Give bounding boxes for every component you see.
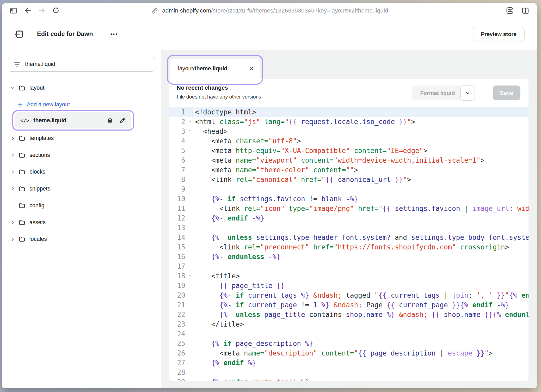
preview-store-button[interactable]: Preview store [473, 27, 525, 41]
code-line-19[interactable]: {{ page_title }} [195, 281, 528, 291]
code-line-1[interactable]: <!doctype html> [195, 107, 528, 117]
code-editor[interactable]: 12›3›456789101112131415161718›1920212223… [169, 107, 528, 381]
sidebar-item-theme-liquid[interactable]: </> theme.liquid [15, 112, 131, 128]
sidebar-item-templates[interactable]: templates [2, 130, 161, 147]
fold-toggle-icon[interactable]: › [187, 128, 194, 133]
code-line-25[interactable]: {% if page_description %} [195, 339, 528, 348]
sidebar-item-locales[interactable]: locales [2, 231, 161, 248]
code-line-16[interactable]: {%- endunless -%} [195, 252, 528, 262]
folder-icon [19, 236, 26, 243]
code-gutter: 12›3›456789101112131415161718›1920212223… [169, 107, 194, 381]
code-line-12[interactable]: {%- endif -%} [195, 213, 528, 223]
code-line-23[interactable]: </title> [195, 320, 528, 329]
code-line-21[interactable]: {%- if current_page != 1 %} &ndash; Page… [195, 300, 528, 310]
code-line-3[interactable]: <head> [195, 127, 528, 136]
chevron-down-icon [465, 90, 470, 96]
file-tree: layout Add a new layout </> theme.liquid [2, 79, 161, 248]
code-line-6[interactable]: <meta name="viewport" content="width=dev… [195, 156, 528, 165]
reload-button[interactable] [51, 5, 61, 16]
app-header: Edit code for Dawn Preview store [2, 18, 537, 50]
tab-file-name: theme.liquid [194, 65, 228, 72]
url-path: /store/rzq1xu-f5/themes/132683530345?key… [211, 7, 388, 14]
gutter-line-2: 2› [169, 117, 194, 127]
more-actions-button[interactable] [109, 32, 119, 36]
chevron-down-icon [11, 86, 15, 90]
format-dropdown-button[interactable] [460, 85, 475, 101]
code-line-5[interactable]: <meta http-equiv="X-UA-Compatible" conte… [195, 146, 528, 156]
gutter-line-21: 21 [169, 300, 194, 310]
status-subtitle: File does not have any other versions [177, 94, 261, 100]
code-line-27[interactable]: {% endif %} [195, 358, 528, 368]
chevron-right-icon [11, 153, 15, 157]
sidebar-item-blocks[interactable]: blocks [2, 164, 161, 181]
format-liquid-button[interactable]: Format liquid [412, 85, 463, 100]
code-line-17[interactable] [195, 262, 528, 271]
forward-button[interactable] [36, 5, 47, 16]
code-line-18[interactable]: <title> [195, 271, 528, 281]
code-line-20[interactable]: {%- if current_tags %} &ndash; tagged "{… [195, 291, 528, 300]
sidebar-item-label: config [29, 202, 44, 209]
code-line-22[interactable]: {%- unless page_title contains shop.name… [195, 310, 528, 320]
gutter-line-24: 24 [169, 329, 194, 339]
sidebar-item-snippets[interactable]: snippets [2, 180, 161, 197]
gutter-line-26: 26 [169, 348, 194, 358]
toolbar-divider [484, 79, 484, 107]
exit-editor-icon[interactable] [14, 29, 24, 39]
editor-toolbar: No recent changes File does not have any… [169, 79, 528, 107]
tab-path-prefix: layout/ [178, 65, 194, 72]
format-liquid-split-button: Format liquid [412, 85, 475, 101]
file-label: theme.liquid [33, 117, 102, 124]
trash-icon[interactable] [107, 117, 113, 124]
gutter-line-5: 5 [169, 146, 194, 156]
code-line-9[interactable] [195, 185, 528, 194]
code-line-13[interactable] [195, 223, 528, 233]
gutter-line-3: 3› [169, 127, 194, 136]
code-line-15[interactable]: <link rel="preconnect" href="https://fon… [195, 242, 528, 252]
back-button[interactable] [22, 5, 33, 16]
split-view-icon[interactable] [520, 5, 531, 16]
chevron-right-icon [11, 137, 15, 140]
browser-chrome: admin.shopify.com/store/rzq1xu-f5/themes… [2, 3, 537, 18]
fold-toggle-icon[interactable]: › [187, 273, 194, 278]
file-tab[interactable]: layout/theme.liquid × [170, 59, 260, 79]
link-icon [151, 7, 158, 15]
gutter-line-23: 23 [169, 320, 194, 329]
code-line-29[interactable]: {% render 'meta-tags' %} [195, 377, 528, 381]
gutter-line-10: 10 [169, 194, 194, 204]
rename-pencil-icon[interactable] [119, 117, 126, 124]
code-line-14[interactable]: {%- unless settings.type_header_font.sys… [195, 233, 528, 242]
sidebar-item-layout[interactable]: layout [2, 79, 161, 96]
add-new-layout-link[interactable]: Add a new layout [2, 96, 161, 113]
sidebar-toggle-icon[interactable] [8, 5, 19, 16]
gutter-line-27: 27 [169, 358, 194, 368]
fold-toggle-icon[interactable]: › [187, 119, 194, 124]
code-line-10[interactable]: {%- if settings.favicon != blank -%} [195, 194, 528, 204]
gutter-line-25: 25 [169, 339, 194, 348]
sidebar: theme.liquid layout Add a new layout </>… [2, 50, 161, 388]
code-line-7[interactable]: <meta name="theme-color" content=""> [195, 165, 528, 175]
gutter-line-9: 9 [169, 185, 194, 194]
sidebar-item-label: sections [29, 152, 50, 158]
code-line-4[interactable]: <meta charset="utf-8"> [195, 136, 528, 146]
tab-close-icon[interactable]: × [249, 65, 254, 72]
code-line-28[interactable] [195, 368, 528, 377]
editor-card: No recent changes File does not have any… [169, 79, 528, 381]
code-line-11[interactable]: <link rel="icon" type="image/png" href="… [195, 204, 528, 213]
sidebar-item-assets[interactable]: assets [2, 214, 161, 231]
sidebar-item-sections[interactable]: sections [2, 147, 161, 164]
code-line-24[interactable] [195, 329, 528, 339]
code-line-26[interactable]: <meta name="description" content="{{ pag… [195, 348, 528, 358]
sidebar-item-config[interactable]: config [2, 197, 161, 214]
address-bar[interactable]: admin.shopify.com/store/rzq1xu-f5/themes… [151, 3, 388, 18]
browser-settings-icon[interactable] [505, 5, 515, 16]
sidebar-item-theme-liquid-row: </> theme.liquid [2, 113, 161, 130]
code-lines: <!doctype html><html class="js" lang="{{… [194, 107, 528, 381]
sidebar-item-label: snippets [29, 186, 50, 192]
file-search-input[interactable]: theme.liquid [8, 57, 155, 72]
save-button[interactable]: Save [493, 85, 520, 100]
add-layout-label: Add a new layout [27, 101, 70, 108]
folder-icon [19, 84, 26, 91]
code-line-2[interactable]: <html class="js" lang="{{ request.locale… [195, 117, 528, 127]
code-line-8[interactable]: <link rel="canonical" href="{{ canonical… [195, 175, 528, 185]
sidebar-item-label: blocks [29, 169, 45, 175]
